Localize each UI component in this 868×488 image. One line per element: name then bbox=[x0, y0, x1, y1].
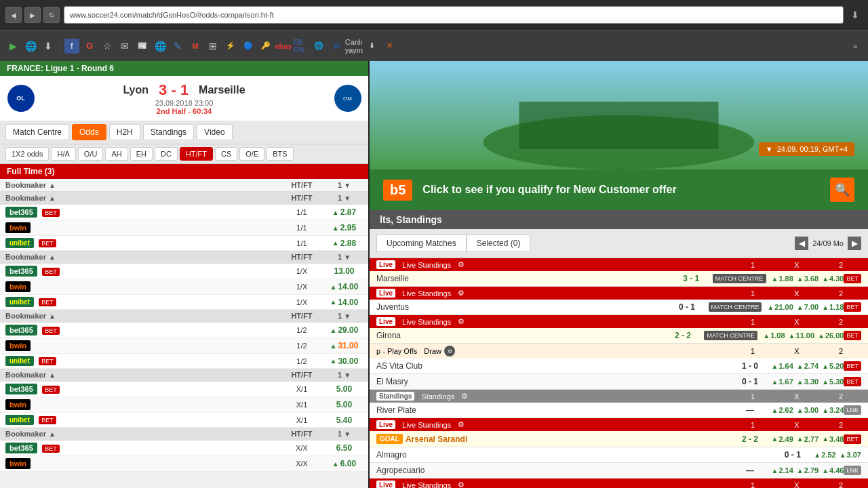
section-2-sort[interactable]: ▲ bbox=[49, 253, 56, 261]
bookmark-icon-1[interactable]: ☆ bbox=[100, 39, 115, 54]
odd-x-arsenal: ▲2.77 bbox=[797, 435, 818, 443]
icon-7[interactable]: ⊞ bbox=[205, 39, 220, 54]
tab-upcoming[interactable]: Upcoming Matches bbox=[376, 235, 467, 252]
match-centre-btn-marseille[interactable]: MATCH CENTRE bbox=[713, 274, 766, 283]
tab-match-centre[interactable]: Match Centre bbox=[5, 124, 69, 140]
bet-link-juventus[interactable]: BET bbox=[844, 302, 861, 312]
time-text: 24.09. 00:19, GMT+4 bbox=[777, 145, 848, 153]
google-icon[interactable]: G bbox=[82, 39, 97, 54]
bet-link-masry[interactable]: BET bbox=[844, 377, 861, 386]
odds-tab-ou[interactable]: O/U bbox=[78, 147, 104, 161]
bet-btn-5-1[interactable]: BET bbox=[42, 445, 60, 453]
offer-banner[interactable]: b5 Click to see if you qualify for New C… bbox=[370, 169, 868, 210]
lnk-agro[interactable]: LNK bbox=[844, 466, 861, 475]
odds-tab-oe[interactable]: O/E bbox=[239, 147, 264, 161]
icon-9[interactable]: 🔵 bbox=[241, 39, 256, 54]
bet-btn-4-3[interactable]: BET bbox=[39, 416, 56, 424]
section-4-dropdown[interactable]: ▼ bbox=[344, 371, 351, 379]
bet365-name-5: bet365 BET bbox=[5, 443, 278, 453]
standings-icon-4[interactable]: ⚙ bbox=[458, 420, 465, 429]
section-5-dropdown[interactable]: ▼ bbox=[344, 430, 351, 438]
arrow-up-3-2: ▲ bbox=[330, 342, 337, 350]
sort-icon[interactable]: ▲ bbox=[49, 182, 56, 189]
facebook-icon[interactable]: f bbox=[64, 39, 79, 54]
forward-button[interactable]: ▶ bbox=[24, 7, 41, 23]
standings-icon-3[interactable]: ⚙ bbox=[458, 317, 465, 326]
toolbar-icon-2[interactable]: 🌐 bbox=[23, 39, 38, 54]
offer-search-button[interactable]: 🔍 bbox=[830, 178, 854, 202]
standings-gear[interactable]: ⚙ bbox=[461, 392, 468, 401]
icon-6[interactable]: ✎ bbox=[170, 39, 185, 54]
icon-5[interactable]: 🌐 bbox=[153, 39, 167, 54]
odds-tab-1x2[interactable]: 1X2 odds bbox=[5, 147, 49, 161]
toolbar-icon-3[interactable]: ⬇ bbox=[41, 39, 56, 54]
odds-tab-ha[interactable]: H/A bbox=[51, 147, 75, 161]
bet-link-marseille[interactable]: BET bbox=[844, 274, 861, 283]
section-1-dropdown[interactable]: ▼ bbox=[344, 195, 351, 202]
address-bar[interactable]: www.soccer24.com/match/dGsnHosO/#odds-co… bbox=[64, 6, 844, 24]
icon-12[interactable]: W bbox=[329, 39, 344, 54]
section-4-htft: HT/FT bbox=[278, 371, 326, 379]
odds-val-4-2: 5.00 bbox=[326, 400, 363, 409]
standings-icon-1[interactable]: ⚙ bbox=[458, 260, 465, 269]
toolbar-icon-1[interactable]: ▶ bbox=[5, 39, 20, 54]
odds-tab-cs[interactable]: CS bbox=[215, 147, 237, 161]
results-title: lts, Standings bbox=[370, 210, 868, 229]
bet-btn-1-1[interactable]: BET bbox=[42, 209, 60, 217]
gmail-icon[interactable]: M bbox=[188, 39, 203, 54]
tab-standings[interactable]: Standings bbox=[143, 124, 194, 140]
bet-btn-3-3[interactable]: BET bbox=[39, 357, 56, 365]
bet-link-girona[interactable]: BET bbox=[844, 331, 861, 340]
htft-val-5-2: X/X bbox=[278, 460, 326, 468]
bet-link-arsenal[interactable]: BET bbox=[844, 434, 861, 444]
odds-tab-eh[interactable]: EH bbox=[130, 147, 153, 161]
odds-tab-ah[interactable]: AH bbox=[105, 147, 127, 161]
icon-13[interactable]: ⬇ bbox=[364, 39, 379, 54]
bet-btn-2-1[interactable]: BET bbox=[42, 268, 60, 276]
dropdown-arrow[interactable]: ▼ bbox=[344, 182, 351, 189]
draw-badge: Draw ⚙ bbox=[424, 346, 455, 357]
icon-11[interactable]: 🌐 bbox=[311, 39, 326, 54]
date-nav-next[interactable]: ▶ bbox=[848, 237, 861, 250]
match-centre-btn-juventus[interactable]: MATCH CENTRE bbox=[709, 302, 762, 312]
section-2-htft: HT/FT bbox=[278, 253, 326, 261]
match-centre-btn-girona[interactable]: MATCH CENTRE bbox=[704, 331, 757, 340]
icon-14[interactable]: ✕ bbox=[382, 39, 397, 54]
tab-selected[interactable]: Selected (0) bbox=[467, 235, 531, 252]
icon-10[interactable]: 🔑 bbox=[258, 39, 273, 54]
standings-icon-5[interactable]: ⚙ bbox=[458, 481, 465, 488]
odds-tab-htft[interactable]: HT/FT bbox=[180, 147, 213, 161]
bet-btn-4-1[interactable]: BET bbox=[42, 386, 60, 394]
email-icon[interactable]: ✉ bbox=[117, 39, 132, 54]
news-icon[interactable]: 📰 bbox=[135, 39, 150, 54]
ebay-icon[interactable]: ebay bbox=[276, 39, 291, 54]
odds-val-4-3: 5.40 bbox=[326, 415, 363, 425]
download-button[interactable]: ⬇ bbox=[848, 7, 863, 22]
section-1-sort-icon[interactable]: ▲ bbox=[49, 195, 56, 202]
section-3-dropdown[interactable]: ▼ bbox=[344, 312, 351, 320]
odds-tab-dc[interactable]: DC bbox=[155, 147, 178, 161]
section-2-dropdown[interactable]: ▼ bbox=[344, 253, 351, 261]
fb-dw-icon[interactable]: FB DW bbox=[294, 39, 309, 54]
tab-h2h[interactable]: H2H bbox=[109, 124, 140, 140]
lnk-river[interactable]: LNK bbox=[844, 405, 861, 415]
bet-btn-2-3[interactable]: BET bbox=[39, 298, 56, 306]
reload-button[interactable]: ↻ bbox=[43, 7, 60, 23]
section-5-bookmaker: Bookmaker ▲ bbox=[5, 430, 278, 438]
tab-odds[interactable]: Odds bbox=[72, 124, 106, 140]
bet-link-vita[interactable]: BET bbox=[844, 361, 861, 371]
match-result-vita: 1 - 0 bbox=[732, 361, 769, 371]
back-button[interactable]: ◀ bbox=[5, 7, 22, 23]
bet-btn-3-1[interactable]: BET bbox=[42, 327, 60, 335]
standings-icon-2[interactable]: ⚙ bbox=[458, 289, 465, 298]
icon-8[interactable]: ⚡ bbox=[223, 39, 238, 54]
bet-btn-1-3[interactable]: BET bbox=[39, 239, 56, 247]
section-3-sort[interactable]: ▲ bbox=[49, 312, 56, 320]
date-nav-prev[interactable]: ◀ bbox=[795, 237, 808, 250]
more-icons[interactable]: » bbox=[848, 39, 863, 54]
tab-video[interactable]: Video bbox=[197, 124, 232, 140]
section-5-sort[interactable]: ▲ bbox=[49, 430, 56, 438]
odds-tab-bts[interactable]: BTS bbox=[267, 147, 293, 161]
section-4-sort[interactable]: ▲ bbox=[49, 371, 56, 379]
canli-yayin-text[interactable]: Canlı yayın bbox=[347, 39, 361, 54]
